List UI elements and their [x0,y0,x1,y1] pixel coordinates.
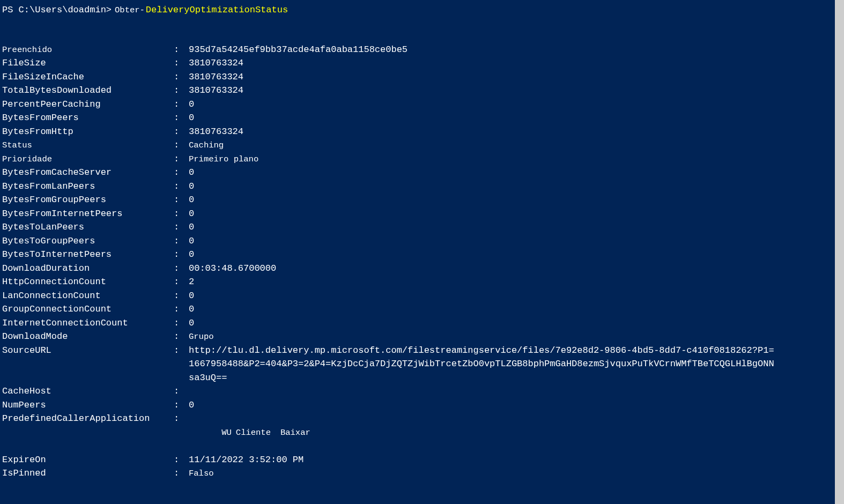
prompt-line[interactable]: PS C:\Users\doadmin> Obter-DeliveryOptim… [2,3,842,17]
output-row-percentpeercaching: PercentPeerCaching : 0 [2,98,842,112]
output-separator: : [174,70,189,84]
output-row-expireon: ExpireOn : 11/11/2022 3:52:00 PM [2,453,842,467]
output-value: 0 [189,302,194,316]
output-row-groupconnectioncount: GroupConnectionCount : 0 [2,302,842,316]
output-key: IsPinned [2,466,174,480]
output-separator: : [174,466,189,480]
output-key: InternetConnectionCount [2,316,174,330]
output-separator: : [174,138,189,152]
output-key: DownloadMode [2,330,174,344]
output-row-preenchido: Preenchido : 935d7a54245ef9bb37acde4afa0… [2,43,842,57]
output-key: NumPeers [2,398,174,412]
output-value: 3810763324 [189,56,243,70]
output-row-bytestogrouppeers: BytesToGroupPeers : 0 [2,234,842,248]
output-row-internetconnectioncount: InternetConnectionCount : 0 [2,316,842,330]
output-value: 935d7a54245ef9bb37acde4afa0aba1158ce0be5 [189,43,408,57]
output-value: 3810763324 [189,84,243,98]
output-value: 0 [189,111,194,125]
output-value: 0 [189,220,194,234]
output-key: HttpConnectionCount [2,275,174,289]
output-key: CacheHost [2,384,174,398]
output-separator: : [174,234,189,248]
output-key: Preenchido [2,44,174,56]
output-value: Caching [189,139,224,152]
output-row-predefinedcallerapplication: PredefinedCallerApplication : WUClienteB… [2,412,842,453]
output-separator: : [174,262,189,276]
output-value: 00:03:48.6700000 [189,262,276,276]
output-separator: : [174,152,189,166]
output-separator: : [174,398,189,412]
output-key: BytesFromCacheServer [2,166,174,180]
output-row-lanconnectioncount: LanConnectionCount : 0 [2,289,842,303]
output-key: GroupConnectionCount [2,302,174,316]
scrollbar-thumb[interactable] [835,0,844,504]
output-row-downloadduration: DownloadDuration : 00:03:48.6700000 [2,262,842,276]
output-key: TotalBytesDownloaded [2,84,174,98]
output-value: 0 [189,289,194,303]
output-key: BytesToInternetPeers [2,248,174,262]
output-separator: : [174,248,189,262]
output-row-ispinned: IsPinned : Falso [2,466,842,480]
output-value: 3810763324 [189,70,243,84]
command-prefix: Obter- [115,4,145,17]
output-value: 0 [189,180,194,194]
output-row-bytesfromlanpeers: BytesFromLanPeers : 0 [2,180,842,194]
output-row-bytesfromcacheserver: BytesFromCacheServer : 0 [2,166,842,180]
output-value: 0 [189,166,194,180]
pca-part3: Baixar [280,428,310,438]
output-key: FileSize [2,56,174,70]
output-separator: : [174,316,189,330]
output-separator: : [174,330,189,344]
output-key: PredefinedCallerApplication [2,412,174,426]
output-key: BytesFromGroupPeers [2,193,174,207]
output-key: SourceURL [2,344,174,358]
output-row-bytesfromhttp: BytesFromHttp : 3810763324 [2,125,842,139]
command-name: DeliveryOptimizationStatus [146,3,288,17]
output-row-bytesfromgrouppeers: BytesFromGroupPeers : 0 [2,193,842,207]
pca-part1: WU [221,428,232,438]
output-value: Grupo [189,331,214,343]
output-separator: : [174,207,189,221]
output-value: 0 [189,316,194,330]
output-value: 3810763324 [189,125,243,139]
output-row-cachehost: CacheHost : [2,384,842,398]
output-value: Primeiro plano [189,153,258,166]
command-output: Preenchido : 935d7a54245ef9bb37acde4afa0… [2,43,842,480]
output-key: ExpireOn [2,453,174,467]
output-key: Prioridade [2,153,174,166]
pca-part2: Cliente [236,428,271,438]
output-row-filesize: FileSize : 3810763324 [2,56,842,70]
output-key: Status [2,139,174,152]
output-separator: : [174,193,189,207]
output-key: PercentPeerCaching [2,98,174,112]
output-key: DownloadDuration [2,262,174,276]
output-row-sourceurl: SourceURL : http://tlu.dl.delivery.mp.mi… [2,344,842,385]
output-value: 0 [189,98,194,112]
output-row-filesizeincache: FileSizeInCache : 3810763324 [2,70,842,84]
output-separator: : [174,453,189,467]
output-key: BytesFromLanPeers [2,180,174,194]
output-row-httpconnectioncount: HttpConnectionCount : 2 [2,275,842,289]
prompt-prefix: PS C:\Users\doadmin> [2,3,112,17]
output-value: 0 [189,248,194,262]
output-separator: : [174,125,189,139]
output-key: BytesToGroupPeers [2,234,174,248]
output-key: BytesFromHttp [2,125,174,139]
output-separator: : [174,302,189,316]
output-row-bytestointernetpeers: BytesToInternetPeers : 0 [2,248,842,262]
output-key: BytesFromInternetPeers [2,207,174,221]
output-value: 0 [189,207,194,221]
output-row-status: Status : Caching [2,138,842,152]
vertical-scrollbar[interactable] [835,0,844,504]
output-row-numpeers: NumPeers : 0 [2,398,842,412]
output-row-bytesfrompeers: BytesFromPeers : 0 [2,111,842,125]
output-separator: : [174,412,189,426]
output-separator: : [174,384,189,398]
output-row-prioridade: Prioridade : Primeiro plano [2,152,842,166]
output-value: 2 [189,275,194,289]
output-value: http://tlu.dl.delivery.mp.microsoft.com/… [189,344,779,385]
output-row-downloadmode: DownloadMode : Grupo [2,330,842,344]
output-value: WUClienteBaixar [189,412,310,453]
output-separator: : [174,220,189,234]
output-separator: : [174,98,189,112]
